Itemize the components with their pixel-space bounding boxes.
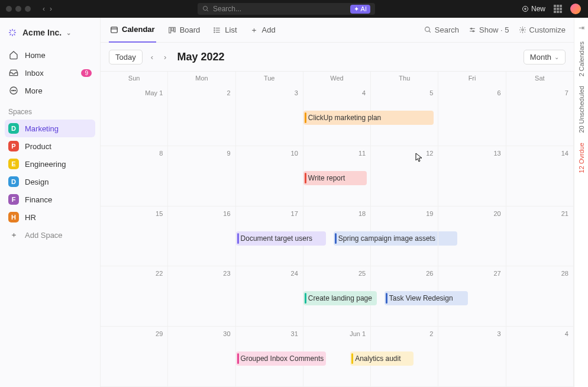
rail-calendars[interactable]: 2 Calendars	[578, 41, 585, 76]
add-space-button[interactable]: ＋ Add Space	[5, 226, 95, 244]
calendar-cell[interactable]: 15	[101, 207, 168, 267]
calendar-cell[interactable]: 17Document target users	[236, 207, 303, 267]
calendar-cell[interactable]: 19	[371, 207, 438, 267]
svg-point-27	[214, 31, 215, 32]
sidebar-space-finance[interactable]: FFinance	[5, 191, 95, 208]
calendar-cell[interactable]: 21	[506, 207, 574, 267]
space-label: Engineering	[25, 160, 66, 169]
back-icon[interactable]: ‹	[43, 5, 45, 13]
event[interactable]: Write report	[303, 171, 367, 185]
spaces-label: Spaces	[5, 99, 95, 120]
window-controls[interactable]	[0, 6, 37, 12]
calendar-cell[interactable]: 2	[168, 86, 235, 146]
calendar-cell[interactable]: 4	[506, 327, 574, 387]
calendar-cell[interactable]: 26Task View Redesign	[371, 266, 438, 327]
day-header: Tue	[236, 72, 303, 86]
space-icon: D	[8, 123, 19, 134]
day-number: 29	[156, 330, 163, 337]
sidebar-space-marketing[interactable]: DMarketing	[5, 120, 95, 137]
calendar-cell[interactable]: 12	[371, 146, 438, 207]
calendar-cell[interactable]: Jun 1Analytics audit	[303, 327, 371, 387]
sidebar-space-design[interactable]: DDesign	[5, 173, 95, 191]
show-button[interactable]: Show · 5	[469, 25, 509, 34]
search-button[interactable]: Search	[424, 25, 459, 34]
calendar-cell[interactable]: 9	[168, 146, 235, 207]
today-button[interactable]: Today	[109, 50, 143, 64]
rail-unscheduled[interactable]: 20 Unscheduled	[578, 86, 585, 133]
calendar-cell[interactable]: 6	[438, 86, 506, 146]
event-bar	[237, 353, 239, 364]
svg-line-29	[429, 31, 431, 33]
calendar-cell[interactable]: 29	[101, 327, 168, 387]
calendar-cell[interactable]: 11Write report	[303, 146, 371, 207]
calendar-cell[interactable]: 4ClickUp marketing plan	[303, 86, 371, 146]
calendar-cell[interactable]: 27	[438, 266, 506, 327]
calendar-cell[interactable]: 31Grouped Inbox Comments	[236, 327, 303, 387]
calendar-cell[interactable]: 8	[101, 146, 168, 207]
rail-toggle-icon[interactable]: ⇥	[579, 24, 584, 32]
calendar-cell[interactable]: 18Spring campaign image assets	[303, 207, 371, 267]
calendar-cell[interactable]: 23	[168, 266, 235, 327]
sidebar-space-product[interactable]: PProduct	[5, 137, 95, 155]
space-icon: D	[8, 176, 19, 187]
svg-line-10	[14, 34, 15, 35]
event[interactable]: Create landing page	[303, 291, 377, 305]
tab-list[interactable]: List	[212, 18, 238, 43]
svg-point-25	[214, 27, 215, 28]
calendar-cell[interactable]: 24	[236, 266, 303, 327]
add-view-button[interactable]: ＋ Add	[249, 18, 277, 43]
new-button[interactable]: New	[522, 5, 545, 13]
calendar-cell[interactable]: 3	[236, 86, 303, 146]
ai-badge[interactable]: ✦ AI	[350, 5, 370, 14]
forward-icon[interactable]: ›	[50, 5, 52, 13]
space-icon: E	[8, 159, 19, 169]
calendar-cell[interactable]: 13	[438, 146, 506, 207]
view-mode-select[interactable]: Month ⌄	[524, 50, 566, 64]
board-icon	[168, 26, 176, 34]
day-number: 22	[156, 270, 163, 277]
svg-point-15	[13, 90, 14, 91]
nav-inbox[interactable]: Inbox 9	[5, 64, 95, 82]
calendar-cell[interactable]: 2	[371, 327, 438, 387]
tab-calendar[interactable]: Calendar	[109, 18, 156, 43]
svg-rect-20	[171, 27, 173, 31]
calendar-cell[interactable]: May 1	[101, 86, 168, 146]
svg-line-9	[10, 30, 11, 31]
next-month-button[interactable]: ›	[161, 53, 169, 62]
calendar-cell[interactable]: 20	[438, 207, 506, 267]
nav-home[interactable]: Home	[5, 46, 95, 64]
day-number: 30	[223, 330, 230, 337]
calendar-cell[interactable]: 10	[236, 146, 303, 207]
avatar[interactable]	[570, 4, 581, 14]
event-bar	[237, 233, 239, 244]
calendar-cell[interactable]: 30	[168, 327, 235, 387]
nav-more[interactable]: More	[5, 82, 95, 99]
inbox-icon	[8, 67, 19, 78]
svg-point-0	[203, 7, 207, 11]
calendar-cell[interactable]: 14	[506, 146, 574, 207]
customize-button[interactable]: Customize	[519, 25, 566, 34]
day-number: Jun 1	[350, 330, 366, 337]
calendar-cell[interactable]: 16	[168, 207, 235, 267]
sidebar-space-engineering[interactable]: EEngineering	[5, 155, 95, 173]
calendar-cell[interactable]: 28	[506, 266, 574, 327]
workspace-switcher[interactable]: Acme Inc. ⌄	[5, 22, 95, 46]
calendar-cell[interactable]: 7	[506, 86, 574, 146]
svg-point-34	[521, 29, 523, 31]
day-number: 26	[426, 270, 433, 277]
apps-icon[interactable]	[554, 5, 562, 13]
space-label: HR	[25, 213, 36, 222]
nav-arrows[interactable]: ‹ ›	[37, 5, 58, 13]
rail-overdue[interactable]: 12 Ovrdue	[578, 143, 585, 173]
day-number: 7	[565, 89, 568, 96]
tab-board[interactable]: Board	[167, 18, 202, 43]
titlebar: ‹ › Search... ✦ AI New	[0, 0, 588, 18]
day-number: 17	[291, 210, 298, 217]
search-input[interactable]: Search... ✦ AI	[198, 3, 375, 15]
calendar-cell[interactable]: 25Create landing page	[303, 266, 371, 327]
calendar-cell[interactable]: 5	[371, 86, 438, 146]
prev-month-button[interactable]: ‹	[148, 53, 156, 62]
calendar-cell[interactable]: 3	[438, 327, 506, 387]
sidebar-space-hr[interactable]: HHR	[5, 208, 95, 226]
calendar-cell[interactable]: 22	[101, 266, 168, 327]
